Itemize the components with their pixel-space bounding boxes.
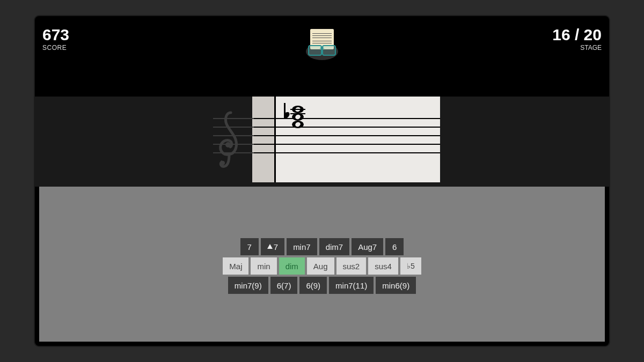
svg-point-1	[225, 142, 231, 147]
svg-rect-10	[290, 113, 305, 114]
answer-aug[interactable]: Aug	[307, 257, 334, 275]
staff-area	[35, 97, 609, 187]
answer-rows: 7 7 min7 dim7 Aug7 6 Maj min dim Aug sus…	[39, 238, 605, 294]
answer-7[interactable]: 7	[240, 238, 259, 255]
answer-sus4[interactable]: sus4	[368, 257, 398, 275]
svg-point-0	[221, 161, 225, 165]
score-block: 673 SCORE	[42, 27, 69, 51]
header-bar: 673 SCORE 16 / 20 STAGE	[35, 16, 609, 63]
svg-rect-9	[290, 109, 305, 110]
answer-row-1: 7 7 min7 dim7 Aug7 6	[240, 238, 404, 255]
glasses-icon	[308, 45, 336, 56]
answer-min7[interactable]: min7	[287, 238, 317, 255]
answer-row-2: Maj min dim Aug sus2 sus4 ♭5	[223, 257, 421, 275]
answer-aug7[interactable]: Aug7	[352, 238, 383, 255]
game-frame: 673 SCORE 16 / 20 STAGE	[35, 16, 609, 346]
answer-min6-9[interactable]: min6(9)	[376, 277, 416, 294]
score-label: SCORE	[42, 44, 69, 51]
app-logo	[298, 28, 346, 60]
score-value: 673	[42, 27, 69, 43]
answer-maj[interactable]: Maj	[223, 257, 248, 275]
answer-dim7[interactable]: dim7	[319, 238, 350, 255]
answer-min[interactable]: min	[251, 257, 276, 275]
answer-6-9[interactable]: 6(9)	[299, 277, 327, 294]
answer-sus2[interactable]: sus2	[336, 257, 367, 275]
chord-notation	[282, 103, 314, 137]
answer-panel: 7 7 min7 dim7 Aug7 6 Maj min dim Aug sus…	[39, 187, 605, 342]
answer-min7-9[interactable]: min7(9)	[228, 277, 268, 294]
stage-block: 16 / 20 STAGE	[552, 27, 602, 51]
triangle-icon	[267, 244, 273, 249]
stage-label: STAGE	[552, 44, 602, 51]
stage-value: 16 / 20	[552, 27, 602, 43]
svg-rect-2	[284, 103, 286, 119]
answer-row-3: min7(9) 6(7) 6(9) min7(11) min6(9)	[228, 277, 416, 294]
answer-flat5[interactable]: ♭5	[400, 257, 421, 275]
answer-min7-11[interactable]: min7(11)	[329, 277, 374, 294]
answer-maj7-triangle[interactable]: 7	[261, 238, 284, 255]
answer-6[interactable]: 6	[385, 238, 404, 255]
treble-clef-icon	[212, 109, 250, 172]
answer-dim[interactable]: dim	[279, 257, 305, 275]
flat-accidental-icon	[284, 103, 290, 119]
answer-6-7[interactable]: 6(7)	[270, 277, 298, 294]
